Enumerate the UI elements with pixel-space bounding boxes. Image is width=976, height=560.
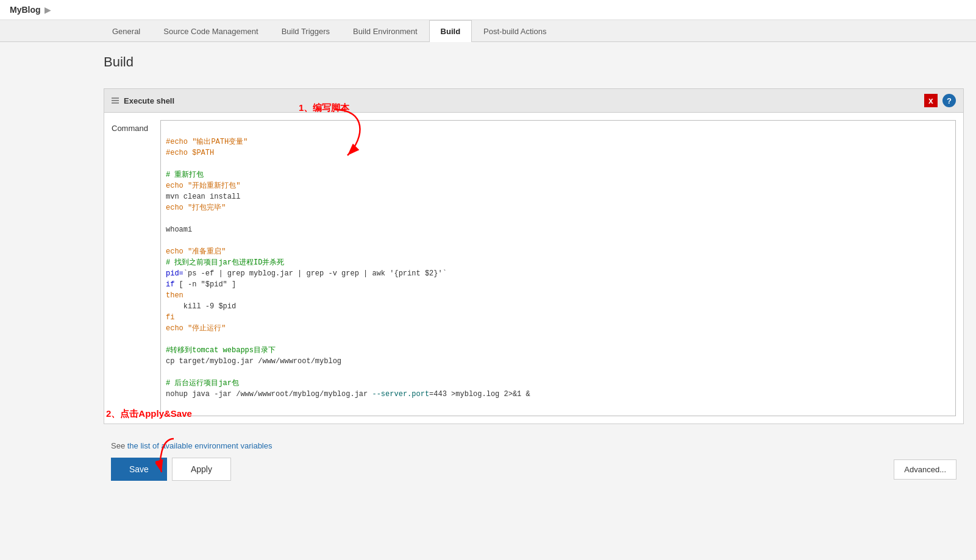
section-title: Execute shell <box>124 96 174 105</box>
left-buttons: Save Apply <box>111 458 231 481</box>
apply-button[interactable]: Apply <box>172 458 231 481</box>
breadcrumb-project[interactable]: MyBlog <box>10 5 41 15</box>
tab-build[interactable]: Build <box>429 20 472 42</box>
command-label: Command <box>112 120 154 416</box>
breadcrumb-separator: ▶ <box>45 5 51 15</box>
drag-handle-icon[interactable] <box>112 97 119 104</box>
bottom-area: See the list of available environment va… <box>104 434 964 488</box>
tab-build-triggers[interactable]: Build Triggers <box>270 20 341 42</box>
bottom-buttons: Save Apply Advanced... <box>111 458 956 481</box>
env-text-prefix: See <box>111 441 127 450</box>
help-button[interactable]: ? <box>942 94 956 107</box>
tab-general[interactable]: General <box>101 20 152 42</box>
section-header-right: x ? <box>924 94 956 107</box>
env-variables-link[interactable]: the list of available environment variab… <box>127 441 272 450</box>
tab-post-build[interactable]: Post-build Actions <box>472 20 558 42</box>
save-button[interactable]: Save <box>111 458 167 481</box>
main-content: Build 1、编写脚本 2、点击Apply&Save <box>0 42 976 530</box>
env-variables-text: See the list of available environment va… <box>111 441 956 450</box>
tabs-bar: General Source Code Management Build Tri… <box>0 20 976 42</box>
tab-build-environment[interactable]: Build Environment <box>341 20 429 42</box>
tab-scm[interactable]: Source Code Management <box>152 20 269 42</box>
command-editor[interactable]: #echo "输出PATH变量" #echo $PATH # 重新打包 echo… <box>160 120 956 416</box>
advanced-button[interactable]: Advanced... <box>894 459 956 480</box>
command-row: Command #echo "输出PATH变量" #echo $PATH # 重… <box>104 113 963 424</box>
close-button[interactable]: x <box>924 94 938 107</box>
section-header-left: Execute shell <box>112 96 174 105</box>
page-title: Build <box>104 54 964 76</box>
breadcrumb-bar: MyBlog ▶ <box>0 0 976 20</box>
execute-shell-section: Execute shell x ? Command #echo "输出PATH变… <box>104 88 964 424</box>
page-wrapper: MyBlog ▶ General Source Code Management … <box>0 0 976 530</box>
section-header: Execute shell x ? <box>104 89 963 113</box>
